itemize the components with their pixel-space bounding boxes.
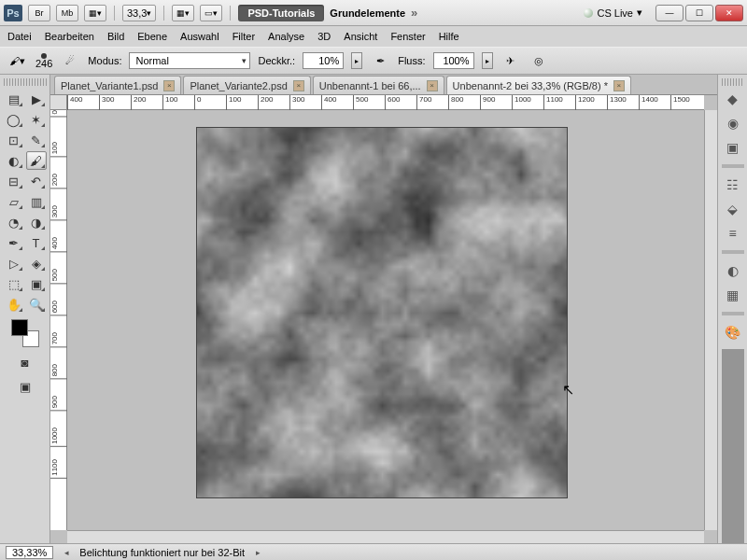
menu-3d[interactable]: 3D	[317, 31, 331, 42]
brush-preset[interactable]: 246	[35, 53, 52, 69]
bridge-button[interactable]: Br	[28, 5, 50, 21]
panel-styles-icon[interactable]: ▣	[722, 136, 744, 159]
panel-grip[interactable]	[722, 78, 744, 86]
zoom-value: 33,3	[127, 7, 147, 19]
tool-type[interactable]: T	[26, 233, 47, 252]
menu-bearbeiten[interactable]: Bearbeiten	[45, 31, 94, 42]
cs-live[interactable]: CS Live ▾	[584, 7, 642, 19]
tool-blur[interactable]: ◔	[4, 213, 24, 231]
status-next[interactable]: ▸	[252, 548, 263, 557]
panel-adjust-icon[interactable]: ☷	[722, 174, 744, 196]
panel-swatch-icon[interactable]: ◉	[722, 112, 744, 134]
panel-layers-icon[interactable]: 🎨	[722, 321, 744, 343]
tool-pen[interactable]: ✒	[4, 233, 24, 252]
menu-datei[interactable]: Datei	[7, 31, 32, 42]
quickmask-toggle[interactable]: ◙	[15, 353, 35, 371]
menu-hilfe[interactable]: Hilfe	[439, 31, 459, 42]
view-extra-1[interactable]: ▦▾	[172, 5, 194, 21]
tool-3dcam[interactable]: ▣	[26, 274, 47, 293]
canvas-wrap: 4003002001000100200300400500600700800900…	[50, 95, 717, 543]
menu-auswahl[interactable]: Auswahl	[180, 31, 219, 42]
tab-label: Planet_Variante1.psd	[61, 80, 158, 91]
tab-close-icon[interactable]: ×	[293, 80, 304, 91]
opacity-pressure-toggle[interactable]: ✒	[370, 51, 390, 70]
cslive-label: CS Live	[597, 7, 633, 19]
panel-spacer	[722, 349, 744, 543]
brush-tool-icon[interactable]: 🖌▾	[6, 50, 28, 71]
ruler-vertical[interactable]: 010020030040050060070080090010001100	[50, 110, 67, 530]
panel-mask-icon[interactable]: ⬙	[722, 198, 744, 220]
zoom-dropdown[interactable]: 33,3 ▾	[122, 5, 156, 21]
tool-grad[interactable]: ▥	[26, 192, 47, 211]
tool-eraser[interactable]: ▱	[4, 192, 24, 211]
color-swatches[interactable]	[11, 319, 39, 347]
minibridge-button[interactable]: Mb	[56, 5, 78, 21]
panel-color-icon[interactable]: ◆	[722, 88, 744, 110]
document-area: Planet_Variante1.psd×Planet_Variante2.ps…	[50, 75, 717, 543]
ruler-origin[interactable]	[50, 95, 67, 110]
menu-ebene[interactable]: Ebene	[137, 31, 167, 42]
tool-heal[interactable]: ◐	[4, 151, 24, 170]
layout-button[interactable]: ▦▾	[84, 5, 106, 21]
tab-close-icon[interactable]: ×	[613, 80, 625, 91]
tool-3d[interactable]: ⬚	[4, 274, 24, 293]
tool-path[interactable]: ▷	[4, 254, 24, 273]
window-controls: — ☐ ✕	[655, 5, 743, 21]
document-tab[interactable]: Unbenannt-2 bei 33,3% (RGB/8) *×	[446, 76, 631, 94]
workspace-more-icon[interactable]: »	[411, 6, 417, 20]
tab-label: Unbenannt-1 bei 66,...	[319, 80, 421, 91]
tool-shape[interactable]: ◈	[26, 254, 47, 273]
panel-contrast-icon[interactable]: ◐	[722, 259, 744, 282]
opacity-input[interactable]: 10%	[303, 52, 344, 69]
status-zoom[interactable]: 33,33%	[6, 546, 53, 559]
scrollbar-horizontal[interactable]	[67, 530, 704, 543]
opacity-slider[interactable]: ▸	[351, 52, 362, 69]
ruler-horizontal[interactable]: 4003002001000100200300400500600700800900…	[67, 95, 704, 110]
tool-move[interactable]: ▤	[4, 90, 24, 108]
screenmode-toggle[interactable]: ▣	[15, 377, 35, 396]
tool-crop[interactable]: ⊡	[4, 131, 24, 149]
flow-input[interactable]: 100%	[433, 52, 474, 69]
tool-dodge[interactable]: ◑	[26, 213, 47, 231]
workspace-name[interactable]: Grundelemente	[330, 7, 405, 19]
tool-hand[interactable]: ✋	[4, 295, 24, 314]
menu-analyse[interactable]: Analyse	[268, 31, 304, 42]
menu-bar: DateiBearbeitenBildEbeneAuswahlFilterAna…	[0, 26, 747, 47]
mode-select[interactable]: Normal	[129, 52, 250, 69]
menu-bild[interactable]: Bild	[107, 31, 124, 42]
menu-ansicht[interactable]: Ansicht	[344, 31, 377, 42]
tab-strip: Planet_Variante1.psd×Planet_Variante2.ps…	[50, 75, 717, 95]
cslive-icon	[584, 8, 593, 18]
menu-fenster[interactable]: Fenster	[390, 31, 425, 42]
document-canvas[interactable]	[196, 127, 568, 498]
foreground-swatch[interactable]	[11, 319, 28, 336]
flow-slider[interactable]: ▸	[482, 52, 493, 69]
document-tab[interactable]: Planet_Variante2.psd×	[183, 76, 310, 94]
tool-brush[interactable]: 🖌	[26, 151, 47, 170]
tablet-pressure-toggle[interactable]: ◎	[529, 51, 549, 70]
document-tab[interactable]: Unbenannt-1 bei 66,...×	[313, 76, 444, 94]
workspace-preset[interactable]: PSD-Tutorials	[238, 5, 324, 21]
airbrush-toggle[interactable]: ✈	[500, 51, 521, 70]
tool-zoom[interactable]: 🔍	[26, 295, 47, 314]
document-tab[interactable]: Planet_Variante1.psd×	[54, 76, 181, 94]
tool-stamp[interactable]: ⊟	[4, 172, 24, 190]
panel-char-icon[interactable]: ≡	[722, 222, 744, 245]
close-button[interactable]: ✕	[715, 5, 743, 21]
tool-direct[interactable]: ▶	[26, 90, 47, 108]
tool-eyedrop[interactable]: ✎	[26, 131, 47, 149]
status-prev[interactable]: ◂	[61, 548, 72, 557]
minimize-button[interactable]: —	[655, 5, 684, 21]
scrollbar-vertical[interactable]	[704, 110, 717, 530]
tab-close-icon[interactable]: ×	[163, 80, 175, 91]
maximize-button[interactable]: ☐	[685, 5, 713, 21]
view-extra-2[interactable]: ▭▾	[200, 5, 222, 21]
menu-filter[interactable]: Filter	[233, 31, 255, 42]
panel-histo-icon[interactable]: ▦	[722, 284, 744, 306]
tab-close-icon[interactable]: ×	[427, 80, 438, 91]
toolbox-grip[interactable]	[4, 78, 47, 86]
tool-history[interactable]: ↶	[26, 172, 47, 190]
tool-magic[interactable]: ✶	[26, 110, 47, 129]
brush-panel-toggle[interactable]: ☄	[60, 51, 80, 70]
tool-lasso[interactable]: ◯	[4, 110, 24, 129]
